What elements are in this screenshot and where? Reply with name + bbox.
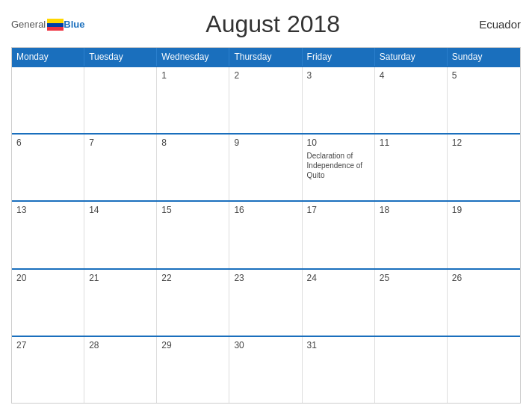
day-cell: 10Declaration of Independence of Quito: [303, 135, 375, 200]
day-cell: 29: [157, 337, 229, 403]
day-cell: [375, 337, 448, 403]
day-cell: 28: [84, 337, 157, 403]
holiday-label: Declaration of Independence of Quito: [307, 151, 370, 180]
day-cell: 19: [448, 202, 520, 268]
day-cell: 27: [12, 337, 84, 403]
week-row-2: 678910Declaration of Independence of Qui…: [12, 133, 520, 200]
day-number: 18: [380, 205, 442, 215]
day-cell: 5: [448, 67, 520, 133]
day-cell: 21: [84, 270, 157, 336]
day-number: 14: [89, 205, 152, 215]
day-header-monday: Monday: [12, 48, 84, 66]
week-row-4: 20212223242526: [12, 268, 520, 336]
day-number: 30: [234, 340, 297, 350]
day-number: 7: [89, 137, 152, 148]
day-number: 29: [161, 340, 224, 350]
svg-rect-0: [47, 19, 64, 23]
day-number: 25: [380, 273, 442, 283]
day-cell: 18: [375, 202, 448, 268]
day-cell: 26: [448, 270, 520, 336]
country-label: Ecuador: [461, 18, 521, 31]
logo-flag-icon: [47, 19, 64, 31]
day-cell: 17: [303, 202, 375, 268]
day-headers-row: MondayTuesdayWednesdayThursdayFridaySatu…: [12, 48, 520, 66]
day-cell: 13: [12, 202, 84, 268]
day-number: 23: [234, 273, 297, 283]
day-cell: 30: [229, 337, 302, 403]
svg-rect-2: [47, 27, 64, 31]
day-cell: 23: [229, 270, 302, 336]
day-cell: 25: [375, 270, 448, 336]
day-number: 6: [16, 137, 79, 148]
logo: General Blue: [11, 19, 84, 31]
day-cell: 24: [303, 270, 375, 336]
day-number: 3: [307, 70, 370, 81]
day-number: 12: [452, 137, 516, 148]
day-number: 26: [452, 273, 516, 283]
day-cell: 9: [229, 135, 302, 200]
day-cell: 20: [12, 270, 84, 336]
svg-rect-1: [47, 23, 64, 27]
week-row-1: 12345: [12, 66, 520, 133]
day-number: 5: [452, 70, 516, 81]
day-number: 9: [234, 137, 297, 148]
day-cell: 16: [229, 202, 302, 268]
day-number: 19: [452, 205, 516, 215]
day-header-friday: Friday: [303, 48, 375, 66]
day-cell: 1: [157, 67, 229, 133]
day-number: 28: [89, 340, 152, 350]
month-title: August 2018: [84, 10, 461, 38]
day-number: 1: [161, 70, 224, 81]
day-cell: 12: [448, 135, 520, 200]
day-cell: 14: [84, 202, 157, 268]
day-number: 10: [307, 137, 370, 148]
day-number: 16: [234, 205, 297, 215]
day-cell: [448, 337, 520, 403]
day-number: 17: [307, 205, 370, 215]
day-number: 13: [16, 205, 79, 215]
day-cell: 15: [157, 202, 229, 268]
day-number: 2: [234, 70, 297, 81]
day-number: 11: [380, 137, 442, 148]
calendar-header: General Blue August 2018 Ecuador: [11, 7, 521, 41]
day-header-saturday: Saturday: [375, 48, 448, 66]
day-cell: [12, 67, 84, 133]
day-number: 21: [89, 273, 152, 283]
day-cell: 11: [375, 135, 448, 200]
day-cell: 3: [303, 67, 375, 133]
day-header-wednesday: Wednesday: [157, 48, 229, 66]
day-number: 20: [16, 273, 79, 283]
day-number: 31: [307, 340, 370, 350]
day-cell: [84, 67, 157, 133]
day-cell: 7: [84, 135, 157, 200]
day-number: 22: [161, 273, 224, 283]
day-header-sunday: Sunday: [448, 48, 520, 66]
day-cell: 2: [229, 67, 302, 133]
day-number: 27: [16, 340, 79, 350]
day-number: 4: [380, 70, 442, 81]
week-row-3: 13141516171819: [12, 200, 520, 268]
day-cell: 4: [375, 67, 448, 133]
day-header-thursday: Thursday: [229, 48, 302, 66]
logo-blue-text: Blue: [64, 19, 84, 30]
day-cell: 8: [157, 135, 229, 200]
week-row-5: 2728293031: [12, 336, 520, 403]
weeks-container: 12345678910Declaration of Independence o…: [12, 66, 520, 403]
logo-general-text: General: [11, 19, 46, 30]
day-number: 15: [161, 205, 224, 215]
calendar-grid: MondayTuesdayWednesdayThursdayFridaySatu…: [11, 47, 521, 404]
day-number: 24: [307, 273, 370, 283]
day-cell: 31: [303, 337, 375, 403]
day-cell: 6: [12, 135, 84, 200]
day-header-tuesday: Tuesday: [84, 48, 157, 66]
day-cell: 22: [157, 270, 229, 336]
calendar-container: General Blue August 2018 Ecuador MondayT…: [0, 0, 532, 411]
day-number: 8: [161, 137, 224, 148]
